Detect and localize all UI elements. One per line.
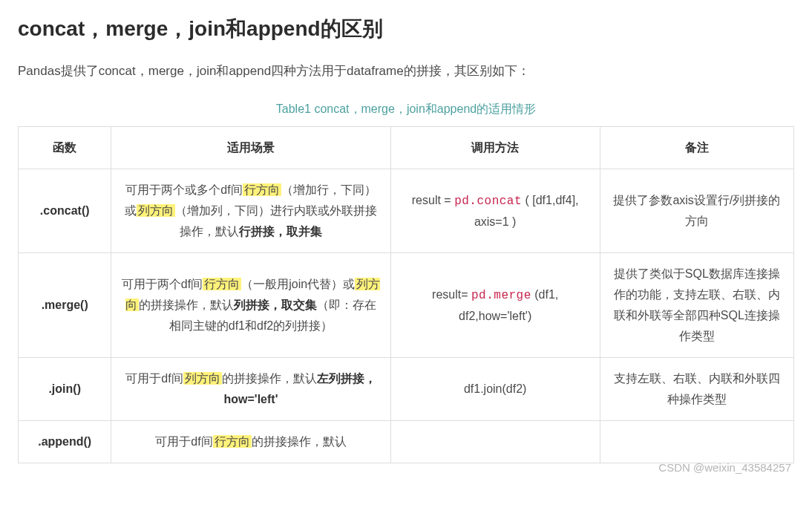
table-header-row: 函数 适用场景 调用方法 备注 [19,127,794,169]
scene-cell-concat: 可用于两个或多个df间行方向（增加行，下同）或列方向（增加列，下同）进行内联或外… [111,169,390,253]
note-cell-join: 支持左联、右联、内联和外联四种操作类型 [600,358,793,421]
call-cell-join: df1.join(df2) [390,358,600,421]
table-row: .concat() 可用于两个或多个df间行方向（增加行，下同）或列方向（增加列… [19,169,794,253]
call-cell-append [390,421,600,463]
highlight: 行方向 [203,278,241,290]
table-row: .append() 可用于df间行方向的拼接操作，默认 [19,421,794,463]
page-title: concat，merge，join和append的区别 [18,15,794,43]
func-cell-concat: .concat() [19,169,111,253]
scene-cell-append: 可用于df间行方向的拼接操作，默认 [111,421,390,463]
scene-cell-join: 可用于df间列方向的拼接操作，默认左列拼接，how='left' [111,358,390,421]
table-caption: Table1 concat，merge，join和append的适用情形 [18,102,794,117]
table-row: .join() 可用于df间列方向的拼接操作，默认左列拼接，how='left'… [19,358,794,421]
func-cell-join: .join() [19,358,111,421]
header-scene: 适用场景 [111,127,390,169]
header-func: 函数 [19,127,111,169]
note-cell-merge: 提供了类似于SQL数据库连接操作的功能，支持左联、右联、内联和外联等全部四种SQ… [600,253,793,358]
func-cell-merge: .merge() [19,253,111,358]
code-snippet: pd.merge [471,289,531,302]
call-cell-merge: result= pd.merge (df1, df2,how='left') [390,253,600,358]
intro-paragraph: Pandas提供了concat，merge，join和append四种方法用于d… [18,61,794,81]
header-note: 备注 [600,127,793,169]
call-cell-concat: result = pd.concat ( [df1,df4], axis=1 ) [390,169,600,253]
code-snippet: pd.concat [454,195,522,208]
highlight: 行方向 [243,183,281,196]
comparison-table: 函数 适用场景 调用方法 备注 .concat() 可用于两个或多个df间行方向… [18,126,794,463]
highlight: 列方向 [183,372,222,385]
scene-cell-merge: 可用于两个df间行方向（一般用join代替）或列方向的拼接操作，默认列拼接，取交… [111,253,390,358]
func-cell-append: .append() [19,421,111,463]
highlight: 列方向 [137,204,175,217]
table-row: .merge() 可用于两个df间行方向（一般用join代替）或列方向的拼接操作… [19,253,794,358]
highlight: 行方向 [213,435,252,448]
note-cell-append [600,421,793,463]
note-cell-concat: 提供了参数axis设置行/列拼接的方向 [600,169,793,253]
header-call: 调用方法 [390,127,600,169]
